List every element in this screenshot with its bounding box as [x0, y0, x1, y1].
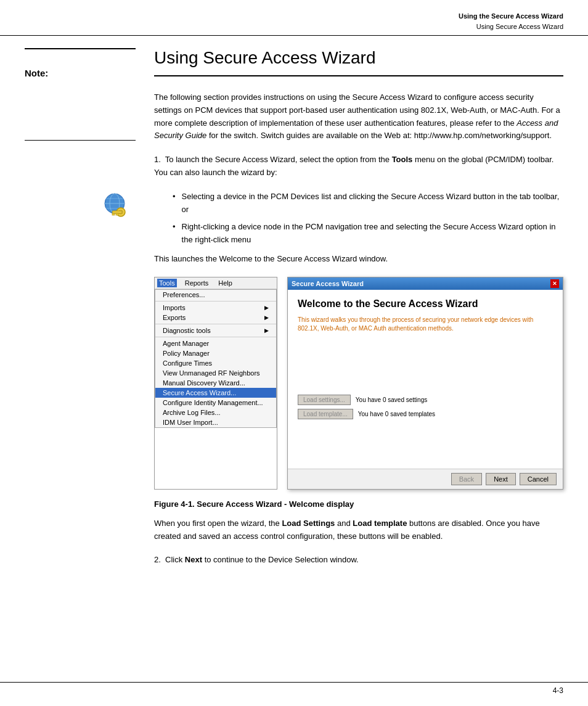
- next-bold: Next: [185, 555, 202, 564]
- page-body: Note:: [0, 36, 588, 578]
- chapter-title: Using Secure Access Wizard: [154, 48, 563, 76]
- gear-icon-svg: [100, 190, 129, 220]
- svg-rect-7: [112, 211, 122, 213]
- intro-paragraph: The following section provides instructi…: [154, 91, 563, 142]
- header-subtitle: Using Secure Access Wizard: [459, 22, 563, 32]
- wizard-icon-area: [25, 190, 136, 220]
- header-text: Using the Secure Access Wizard Using Sec…: [459, 11, 563, 31]
- menu-item-preferences[interactable]: Preferences...: [155, 290, 276, 300]
- note-divider: [25, 140, 136, 141]
- dialog-heading: Welcome to the Secure Access Wizard: [298, 298, 553, 310]
- bullet-text-2: Right-clicking a device node in the PCM …: [182, 221, 563, 247]
- dialog-titlebar: Secure Access Wizard ✕: [288, 277, 563, 290]
- step1-text: 1. To launch the Secure Access Wizard, s…: [154, 154, 563, 179]
- page-footer: 4-3: [0, 682, 588, 695]
- menu-item-configure-times[interactable]: Configure Times: [155, 358, 276, 368]
- load-settings-button[interactable]: Load settings...: [298, 395, 351, 405]
- top-rule: [25, 48, 136, 49]
- menu-bar: Tools Reports Help: [155, 277, 277, 289]
- menu-bar-tools[interactable]: Tools: [157, 279, 177, 287]
- load-template-row: Load template... You have 0 saved templa…: [298, 409, 553, 419]
- figure-caption: Figure 4-1. Secure Access Wizard - Welco…: [154, 499, 563, 509]
- dialog-title-text: Secure Access Wizard: [292, 280, 364, 287]
- menu-divider-3: [155, 337, 276, 337]
- tools-bold: Tools: [392, 155, 413, 164]
- menu-item-diagnostic[interactable]: Diagnostic tools ▶: [155, 326, 276, 335]
- dialog-footer: Back Next Cancel: [288, 469, 563, 489]
- menu-item-imports[interactable]: Imports ▶: [155, 303, 276, 313]
- gear-wizard-icon: [100, 190, 129, 220]
- menu-item-policy-manager[interactable]: Policy Manager: [155, 348, 276, 358]
- diagnostic-arrow: ▶: [264, 327, 269, 334]
- step2-text: 2. Click Next to continue to the Device …: [154, 554, 563, 567]
- menu-item-unmanaged-rf[interactable]: View Unmanaged RF Neighbors: [155, 368, 276, 378]
- menu-divider-1: [155, 301, 276, 302]
- menu-item-secure-access[interactable]: Secure Access Wizard...: [155, 388, 276, 398]
- launch-text: This launches the Welcome to the Secure …: [154, 253, 563, 266]
- bullet-text-1: Selecting a device in the PCM Devices li…: [182, 191, 563, 216]
- menu-bar-reports[interactable]: Reports: [183, 279, 211, 287]
- italic-guide: Access and Security Guide: [154, 118, 558, 141]
- load-settings-bold: Load Settings: [282, 519, 335, 528]
- step2-paragraph: When you first open the wizard, the Load…: [154, 517, 563, 543]
- next-button[interactable]: Next: [486, 473, 516, 485]
- menu-item-exports[interactable]: Exports ▶: [155, 313, 276, 322]
- imports-arrow: ▶: [264, 305, 269, 311]
- cancel-button[interactable]: Cancel: [520, 473, 557, 485]
- tools-menu-screenshot: Tools Reports Help Preferences... Import…: [154, 277, 277, 490]
- back-button[interactable]: Back: [451, 473, 482, 485]
- header-bold-title: Using the Secure Access Wizard: [459, 11, 563, 22]
- svg-rect-9: [116, 213, 118, 215]
- svg-rect-8: [112, 213, 115, 215]
- page-header: Using the Secure Access Wizard Using Sec…: [0, 0, 588, 36]
- load-settings-row: Load settings... You have 0 saved settin…: [298, 395, 553, 405]
- right-column: Using Secure Access Wizard The following…: [148, 36, 563, 578]
- bullet-item-1: Selecting a device in the PCM Devices li…: [173, 191, 563, 216]
- dialog-spacer: [298, 345, 553, 395]
- dialog-content: Welcome to the Secure Access Wizard This…: [288, 290, 563, 469]
- screenshots-area: Tools Reports Help Preferences... Import…: [154, 277, 563, 490]
- load-template-text: You have 0 saved templates: [358, 411, 435, 417]
- menu-bar-help[interactable]: Help: [216, 279, 234, 287]
- page-number: 4-3: [553, 686, 563, 695]
- exports-arrow: ▶: [264, 314, 269, 321]
- menu-item-idm-user-import[interactable]: IDM User Import...: [155, 417, 276, 427]
- tools-menu-items: Preferences... Imports ▶ Exports ▶ Diagn…: [155, 289, 277, 428]
- wizard-dialog-screenshot: Secure Access Wizard ✕ Welcome to the Se…: [287, 277, 563, 490]
- dialog-close-button[interactable]: ✕: [550, 279, 559, 288]
- load-template-button[interactable]: Load template...: [298, 409, 353, 419]
- menu-item-archive-log[interactable]: Archive Log Files...: [155, 408, 276, 417]
- menu-item-configure-identity[interactable]: Configure Identity Management...: [155, 398, 276, 408]
- left-column: Note:: [25, 36, 148, 578]
- dialog-spacer2: [298, 423, 553, 460]
- dialog-description: This wizard walks you through the proces…: [298, 316, 553, 333]
- menu-item-manual-discovery[interactable]: Manual Discovery Wizard...: [155, 378, 276, 388]
- note-label: Note:: [25, 68, 136, 78]
- load-template-bold: Load template: [353, 519, 407, 528]
- menu-item-agent-manager[interactable]: Agent Manager: [155, 339, 276, 348]
- bullet-item-2: Right-clicking a device node in the PCM …: [173, 221, 563, 247]
- menu-divider-2: [155, 324, 276, 324]
- bullet-list: Selecting a device in the PCM Devices li…: [173, 191, 563, 247]
- load-settings-text: You have 0 saved settings: [356, 396, 427, 403]
